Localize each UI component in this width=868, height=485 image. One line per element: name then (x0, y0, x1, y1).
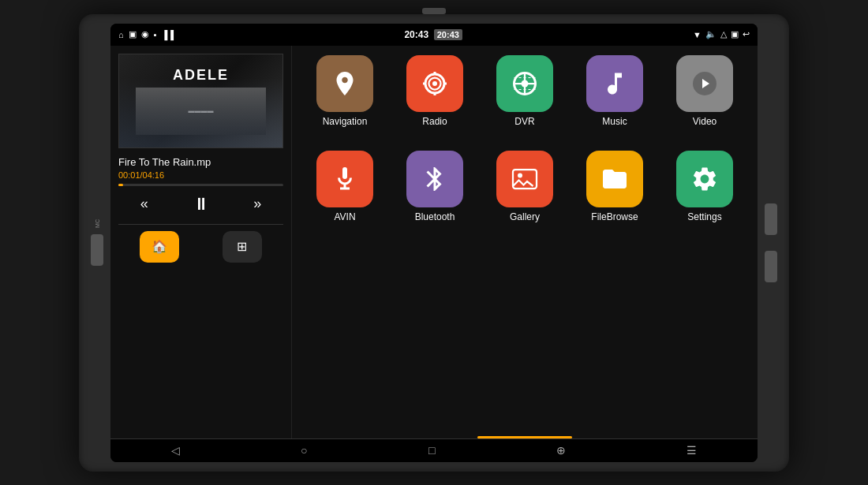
navigation-icon (316, 55, 373, 112)
settings-icon (676, 151, 733, 207)
bluetooth-icon (406, 151, 463, 207)
screen-content: ADELE ▬▬▬▬ Fire To The Rain.mp 00:01/04:… (110, 46, 758, 438)
back-icon: ↩ (743, 29, 750, 39)
side-button-left[interactable] (91, 234, 103, 266)
radio-label: Radio (422, 116, 447, 127)
app-gallery[interactable]: Gallery (489, 151, 560, 222)
svg-point-19 (518, 173, 522, 177)
side-button-right-top[interactable] (765, 203, 777, 235)
playback-controls: « ⏸ » (118, 194, 283, 215)
prev-button[interactable]: « (140, 196, 148, 212)
app-avin[interactable]: AVIN (309, 151, 380, 222)
avin-icon (316, 151, 373, 207)
radio-icon (406, 55, 463, 112)
home-icon: 🏠 (152, 239, 167, 254)
back-nav-button[interactable]: ◁ (159, 444, 192, 457)
progress-fill (118, 184, 123, 186)
svg-point-10 (522, 80, 529, 87)
player-bottom-bar: 🏠 ⊞ (118, 224, 283, 263)
settings-label: Settings (687, 211, 721, 222)
volume-icon: 🔈 (705, 29, 716, 39)
app-radio[interactable]: Radio (399, 55, 470, 127)
side-left: MC (88, 24, 106, 462)
app-settings[interactable]: Settings (669, 151, 740, 222)
next-button[interactable]: » (253, 196, 261, 212)
dvr-icon (496, 55, 553, 112)
track-time: 00:01/04:16 (118, 170, 283, 180)
svg-rect-15 (342, 167, 347, 179)
status-right-icons: ▼ 🔈 △ ▣ ↩ (693, 29, 750, 39)
app-music[interactable]: Music (579, 55, 650, 127)
screen: ⌂ ▣ ◉ ▪ ▐▐ 20:43 20:43 ▼ 🔈 △ ▣ ↩ (110, 24, 758, 462)
navigation-label: Navigation (323, 116, 368, 127)
svg-point-2 (432, 81, 437, 86)
battery-status-icon: ▐▐ (162, 30, 174, 39)
app-navigation[interactable]: Navigation (309, 55, 380, 127)
gallery-icon (496, 151, 553, 207)
app-video[interactable]: Video (669, 55, 740, 127)
status-time: 20:43 20:43 (404, 29, 462, 40)
video-label: Video (693, 116, 716, 127)
play-pause-button[interactable]: ⏸ (193, 194, 210, 215)
home-nav-button[interactable]: ○ (289, 444, 319, 457)
home-status-icon: ⌂ (118, 30, 124, 39)
apps-icon: ⊞ (237, 239, 247, 254)
app-row-2: AVIN Bluetooth Gallery (300, 151, 750, 222)
volume-nav-button[interactable]: ⊕ (544, 444, 578, 457)
apps-button[interactable]: ⊞ (223, 231, 262, 263)
wifi-icon: ▼ (693, 30, 702, 39)
app-filebrowse[interactable]: FileBrowse (579, 151, 650, 222)
screen-icon: ▣ (731, 29, 739, 39)
recents-nav-button[interactable]: □ (417, 444, 447, 457)
eject-icon: △ (720, 29, 727, 39)
top-connector (422, 8, 446, 14)
android-nav-bar: ◁ ○ □ ⊕ ☰ (110, 438, 758, 462)
status-bar: ⌂ ▣ ◉ ▪ ▐▐ 20:43 20:43 ▼ 🔈 △ ▣ ↩ (110, 24, 758, 46)
window-status-icon: ▣ (129, 29, 137, 39)
app-grid: Navigation Radio DVR (292, 46, 758, 438)
square-status-icon: ▪ (154, 30, 157, 39)
mic-label: MC (95, 219, 100, 228)
app-dvr[interactable]: DVR (489, 55, 560, 127)
music-panel: ADELE ▬▬▬▬ Fire To The Rain.mp 00:01/04:… (110, 46, 292, 438)
car-head-unit: MC ⌂ ▣ ◉ ▪ ▐▐ 20:43 20:43 ▼ (79, 14, 789, 472)
side-button-right-bottom[interactable] (765, 251, 777, 282)
track-name: Fire To The Rain.mp (118, 156, 283, 168)
app-row-1: Navigation Radio DVR (300, 55, 750, 127)
home-button[interactable]: 🏠 (140, 231, 179, 263)
filebrowse-icon (586, 151, 643, 207)
app-bluetooth[interactable]: Bluetooth (399, 151, 470, 222)
album-art: ADELE ▬▬▬▬ (118, 54, 283, 148)
video-icon (676, 55, 733, 112)
device-main: MC ⌂ ▣ ◉ ▪ ▐▐ 20:43 20:43 ▼ (88, 24, 780, 462)
album-art-overlay (119, 78, 282, 147)
side-right (762, 24, 780, 462)
avin-label: AVIN (334, 211, 355, 222)
gallery-label: Gallery (510, 211, 540, 222)
status-left-icons: ⌂ ▣ ◉ ▪ ▐▐ (118, 29, 174, 39)
filebrowse-label: FileBrowse (591, 211, 638, 222)
music-label: Music (602, 116, 627, 127)
time-box: 20:43 (434, 29, 462, 40)
bluetooth-label: Bluetooth (415, 211, 455, 222)
dvr-label: DVR (514, 116, 534, 127)
music-icon (586, 55, 643, 112)
menu-nav-button[interactable]: ☰ (675, 444, 709, 457)
dot-status-icon: ◉ (141, 29, 149, 39)
progress-bar[interactable] (118, 184, 283, 186)
